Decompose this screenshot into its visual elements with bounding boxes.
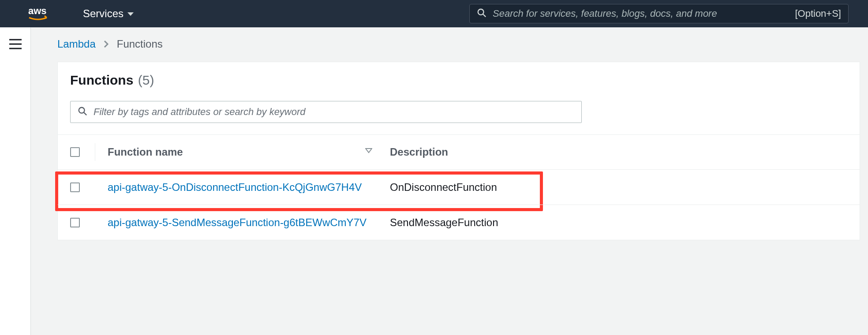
table-header: Function name Description xyxy=(58,135,860,169)
function-description: SendMessageFunction xyxy=(390,216,498,228)
function-description: OnDisconnectFunction xyxy=(390,181,497,193)
column-description-label: Description xyxy=(390,146,448,158)
select-all-checkbox[interactable] xyxy=(70,147,80,157)
services-label: Services xyxy=(83,7,123,20)
search-icon xyxy=(78,106,87,118)
search-shortcut-hint: [Option+S] xyxy=(795,8,841,19)
search-icon xyxy=(477,8,486,19)
breadcrumb-root[interactable]: Lambda xyxy=(57,38,96,50)
column-name-label: Function name xyxy=(108,146,183,158)
services-menu[interactable]: Services xyxy=(83,7,134,20)
panel-header: Functions (5) xyxy=(58,62,860,97)
function-name-link[interactable]: api-gatway-5-OnDisconnectFunction-KcQjGn… xyxy=(108,181,362,194)
caret-down-icon xyxy=(127,7,134,20)
aws-logo[interactable]: aws xyxy=(28,5,56,22)
main-content: Lambda Functions Functions (5) xyxy=(31,27,868,335)
svg-line-2 xyxy=(483,14,486,17)
function-name-link[interactable]: api-gatway-5-SendMessageFunction-g6tBEWw… xyxy=(108,216,367,229)
table-row: api-gatway-5-SendMessageFunction-g6tBEWw… xyxy=(58,205,860,240)
svg-line-7 xyxy=(84,112,86,115)
row-checkbox[interactable] xyxy=(70,218,80,227)
column-header-name[interactable]: Function name xyxy=(108,146,390,158)
panel-title: Functions xyxy=(70,73,133,87)
sort-icon xyxy=(365,148,372,156)
table-row: api-gatway-5-OnDisconnectFunction-KcQjGn… xyxy=(58,169,860,205)
breadcrumb: Lambda Functions xyxy=(57,38,868,50)
global-search[interactable]: [Option+S] xyxy=(469,4,849,23)
svg-point-1 xyxy=(478,9,484,15)
breadcrumb-current: Functions xyxy=(117,38,163,50)
top-nav: aws Services [Option+S] xyxy=(0,0,868,27)
column-header-description[interactable]: Description xyxy=(390,146,566,158)
row-checkbox[interactable] xyxy=(70,182,80,192)
hamburger-icon[interactable] xyxy=(9,39,22,335)
filter-input[interactable] xyxy=(94,106,574,118)
filter-box[interactable] xyxy=(70,101,582,123)
side-rail xyxy=(0,27,31,335)
chevron-right-icon xyxy=(104,40,109,48)
svg-text:aws: aws xyxy=(28,5,47,16)
svg-point-6 xyxy=(79,108,85,113)
functions-panel: Functions (5) Function name xyxy=(57,62,860,240)
panel-count: (5) xyxy=(138,73,154,87)
global-search-input[interactable] xyxy=(493,8,789,19)
